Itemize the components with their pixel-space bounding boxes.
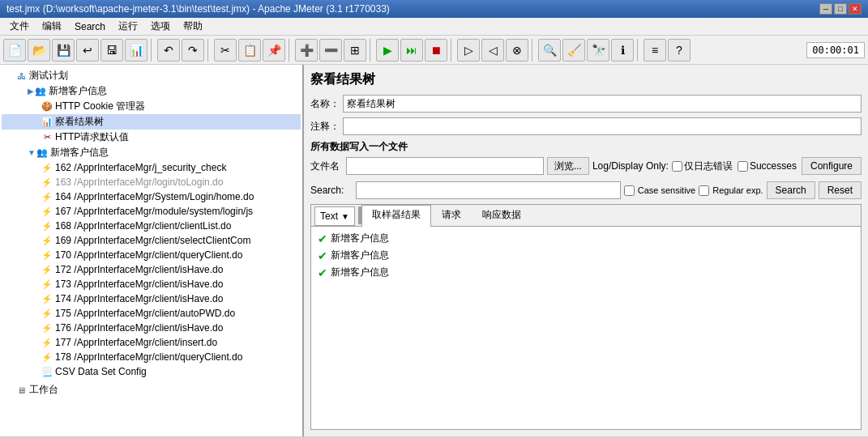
save-button[interactable]: 💾 (52, 39, 75, 62)
errors-label: 仅日志错误 (684, 159, 733, 173)
sampler-icon: ⚡ (41, 249, 53, 262)
log-display-label: Log/Display Only: (592, 160, 669, 172)
result-item-3[interactable]: ✔ 新增客户信息 (314, 264, 857, 281)
tree-item-s162[interactable]: ⚡ 162 /ApprInterfaceMgr/j_security_check (2, 160, 301, 175)
successes-checkbox[interactable] (738, 161, 748, 172)
reset-button[interactable]: Reset (819, 181, 862, 199)
tree-item-s174[interactable]: ⚡ 174 /ApprInterfaceMgr/client/isHave.do (2, 291, 301, 306)
result-item-1[interactable]: ✔ 新增客户信息 (314, 230, 857, 247)
menu-file[interactable]: 文件 (3, 18, 36, 35)
tree-item-threadgroup[interactable]: ▶ 👥 新增客户信息 (2, 83, 301, 99)
redo-button[interactable]: ↷ (182, 39, 204, 62)
expand-icon: ▶ (28, 87, 34, 96)
comment-label: 注释： (310, 120, 343, 134)
tree-item-s173[interactable]: ⚡ 173 /ApprInterfaceMgr/client/isHave.do (2, 277, 301, 291)
menu-help[interactable]: 帮助 (177, 18, 209, 35)
tree-item-http-defaults[interactable]: ✂ HTTP请求默认值 (2, 130, 301, 145)
thread-icon: 👥 (36, 147, 49, 159)
tree-item-s172[interactable]: ⚡ 172 /ApprInterfaceMgr/client/isHave.do (2, 262, 301, 277)
menu-bar: 文件 编辑 Search 运行 选项 帮助 (0, 18, 868, 36)
success-icon-2: ✔ (318, 249, 327, 262)
assertion-icon: ✂ (41, 131, 53, 144)
tree-item-testplan[interactable]: 🖧 测试计划 (2, 68, 301, 83)
open-button[interactable]: 📂 (28, 39, 50, 62)
tab-sampler-result[interactable]: 取样器结果 (361, 205, 431, 227)
new-button[interactable]: 📄 (3, 39, 26, 62)
tree-item-thread2[interactable]: ▼ 👥 新增客户信息 (2, 145, 301, 160)
expand-button[interactable]: ⊞ (344, 39, 366, 62)
info-button[interactable]: ℹ (611, 39, 634, 62)
binoculars-button[interactable]: 🔭 (587, 39, 609, 62)
minimize-button[interactable]: ─ (819, 3, 832, 15)
tree-item-s177[interactable]: ⚡ 177 /ApprInterfaceMgr/client/insert.do (2, 335, 301, 350)
tree-label: 162 /ApprInterfaceMgr/j_security_check (55, 162, 226, 173)
tree-label: 新增客户信息 (49, 84, 107, 98)
tree-label: 177 /ApprInterfaceMgr/client/insert.do (55, 337, 217, 348)
tree-item-s178[interactable]: ⚡ 178 /ApprInterfaceMgr/client/queryClie… (2, 350, 301, 364)
name-input[interactable] (343, 95, 862, 113)
undo-button[interactable]: ↶ (157, 39, 180, 62)
tab-response-data[interactable]: 响应数据 (472, 205, 532, 227)
search-row: Search: Case sensitive Regular exp. Sear… (310, 181, 862, 199)
search-button[interactable]: Search (767, 181, 815, 199)
thread-icon: 👥 (34, 85, 47, 98)
result-item-2[interactable]: ✔ 新增客户信息 (314, 247, 857, 264)
tree-item-cookie-manager[interactable]: 🍪 HTTP Cookie 管理器 (2, 99, 301, 114)
sampler-icon: ⚡ (41, 321, 53, 334)
regular-exp-checkbox[interactable] (699, 185, 709, 196)
tree-item-s167[interactable]: ⚡ 167 /ApprInterfaceMgr/module/system/lo… (2, 204, 301, 219)
tree-item-s163[interactable]: ⚡ 163 /ApprInterfaceMgr/login/toLogin.do (2, 175, 301, 189)
search-toolbar-button[interactable]: 🔍 (538, 39, 561, 62)
errors-checkbox[interactable] (672, 161, 682, 172)
tree-item-result-tree[interactable]: 📊 察看结果树 (2, 114, 301, 130)
tree-item-workbench[interactable]: 🖥 工作台 (2, 382, 301, 398)
sampler-icon: ⚡ (41, 161, 53, 174)
right-panel: 察看结果树 名称： 注释： 所有数据写入一个文件 文件名 浏览... Log/D… (304, 65, 868, 436)
tree-item-s164[interactable]: ⚡ 164 /ApprInterfaceMgr/System/Login/hom… (2, 189, 301, 204)
browse-button[interactable]: 浏览... (547, 157, 589, 175)
save-as-button[interactable]: 🖫 (100, 39, 123, 62)
remote-start-button[interactable]: ▷ (457, 39, 480, 62)
tree-item-s168[interactable]: ⚡ 168 /ApprInterfaceMgr/client/clientLis… (2, 219, 301, 233)
tab-request[interactable]: 请求 (431, 205, 472, 227)
tree-item-s176[interactable]: ⚡ 176 /ApprInterfaceMgr/client/isHave.do (2, 321, 301, 335)
text-dropdown[interactable]: Text (314, 206, 355, 226)
menu-run[interactable]: 运行 (112, 18, 144, 35)
tree-item-csv[interactable]: 📃 CSV Data Set Config (2, 364, 301, 379)
tree-label: 测试计划 (29, 69, 68, 83)
tree-item-s170[interactable]: ⚡ 170 /ApprInterfaceMgr/client/queryClie… (2, 248, 301, 262)
start-nopause-button[interactable]: ⏭ (400, 39, 423, 62)
comment-input[interactable] (343, 117, 862, 135)
tree-item-s169[interactable]: ⚡ 169 /ApprInterfaceMgr/client/selectCli… (2, 233, 301, 248)
search-input[interactable] (356, 181, 621, 199)
revert-button[interactable]: ↩ (76, 39, 99, 62)
remote-exit-button[interactable]: ⊗ (506, 39, 528, 62)
name-label: 名称： (310, 97, 343, 111)
start-button[interactable]: ▶ (376, 39, 399, 62)
add-button[interactable]: ➕ (295, 39, 318, 62)
stop-button[interactable]: ⏹ (425, 39, 447, 62)
remote-stop-button[interactable]: ◁ (481, 39, 504, 62)
tree-label: 168 /ApprInterfaceMgr/client/clientList.… (55, 220, 231, 232)
cookie-icon: 🍪 (41, 100, 53, 113)
help-toolbar-button[interactable]: ? (668, 39, 691, 62)
tree-item-s175[interactable]: ⚡ 175 /ApprInterfaceMgr/client/autoPWD.d… (2, 306, 301, 321)
list-button[interactable]: ≡ (644, 39, 666, 62)
clear-button[interactable]: 🧹 (562, 39, 585, 62)
result-content: ✔ 新增客户信息 ✔ 新增客户信息 ✔ 新增客户信息 (311, 227, 861, 429)
maximize-button[interactable]: □ (834, 3, 847, 15)
report-button[interactable]: 📊 (125, 39, 148, 62)
paste-button[interactable]: 📌 (263, 39, 285, 62)
configure-button[interactable]: Configure (802, 157, 862, 175)
case-sensitive-checkbox[interactable] (624, 185, 635, 196)
cut-button[interactable]: ✂ (214, 39, 237, 62)
menu-search[interactable]: Search (68, 19, 112, 34)
close-button[interactable]: ✕ (849, 3, 862, 15)
sampler-icon: ⚡ (41, 278, 53, 291)
file-input[interactable] (346, 157, 544, 175)
tree-label: 察看结果树 (55, 115, 104, 129)
menu-edit[interactable]: 编辑 (36, 18, 68, 35)
copy-button[interactable]: 📋 (238, 39, 261, 62)
menu-options[interactable]: 选项 (144, 18, 177, 35)
remove-button[interactable]: ➖ (319, 39, 342, 62)
